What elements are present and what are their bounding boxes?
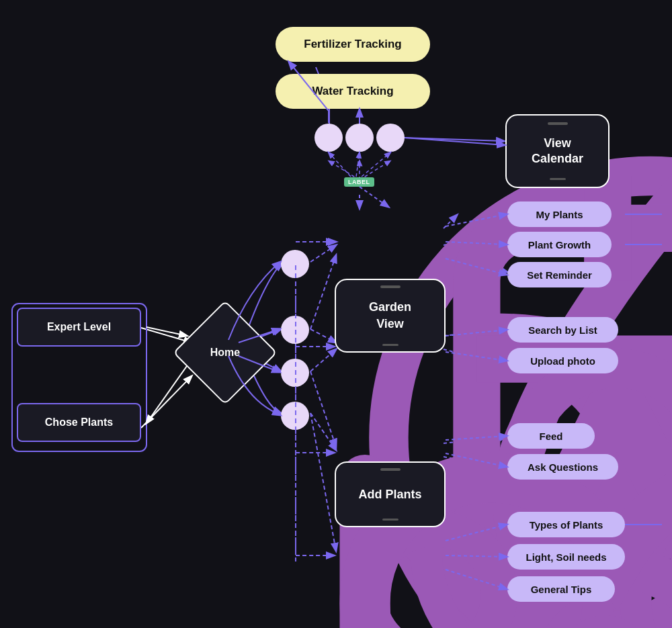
search-by-list-node: Search by List: [507, 317, 618, 343]
seed-icon-circle: [314, 124, 343, 152]
svg-point-47: [368, 529, 499, 628]
svg-line-69: [446, 555, 507, 557]
svg-line-67: [446, 453, 507, 467]
svg-line-66: [446, 436, 507, 440]
heart-icon-circle: [281, 402, 309, 430]
expert-level-node: Expert Level: [17, 308, 141, 347]
svg-line-26: [403, 138, 504, 141]
types-of-plants-node: Types of Plants: [507, 512, 625, 537]
svg-line-53: [446, 214, 507, 226]
ask-questions-node: Ask Questions: [507, 454, 618, 480]
svg-line-64: [446, 330, 507, 336]
svg-line-7: [310, 349, 336, 371]
add-plants-node: Add Plants: [335, 461, 446, 527]
svg-line-16: [444, 329, 507, 336]
svg-line-54: [446, 242, 507, 244]
svg-line-50: [146, 327, 187, 336]
svg-line-63: [405, 138, 505, 145]
water-tracking-node: Water Tracking: [276, 74, 430, 109]
water-icon-circle: [345, 124, 374, 152]
svg-line-60: [356, 152, 360, 177]
set-reminder-node: Set Reminder: [507, 262, 612, 287]
svg-line-21: [444, 557, 507, 564]
svg-line-18: [444, 437, 507, 443]
svg-line-6: [310, 329, 336, 343]
svg-line-19: [444, 457, 507, 469]
svg-line-55: [446, 259, 507, 275]
svg-line-9: [310, 413, 336, 450]
svg-line-14: [444, 232, 507, 245]
light-soil-node: Light, Soil needs: [507, 544, 625, 570]
svg-line-8: [310, 371, 336, 447]
garden-view-node: Garden View: [335, 279, 446, 353]
svg-line-13: [444, 215, 457, 228]
crown-icon-circle: [281, 250, 309, 278]
svg-line-70: [446, 570, 507, 589]
svg-line-65: [446, 352, 507, 361]
plant-growth-node: Plant Growth: [507, 232, 612, 257]
label-badge: LABEL: [344, 177, 374, 187]
paw-icon-circle: [281, 359, 309, 387]
svg-line-4: [310, 245, 336, 262]
flower-icon-circle: [281, 316, 309, 344]
svg-line-59: [329, 152, 351, 177]
svg-line-20: [444, 531, 507, 544]
svg-line-51: [146, 366, 187, 423]
svg-line-15: [444, 255, 507, 272]
view-calendar-node: View Calendar: [505, 114, 610, 188]
svg-line-17: [444, 349, 507, 366]
general-tips-node: General Tips: [507, 576, 615, 602]
svg-line-10: [310, 413, 336, 551]
calendar-icon-circle: [376, 124, 405, 152]
upload-photo-node: Upload photo: [507, 348, 618, 373]
svg-line-52: [360, 187, 388, 207]
svg-line-68: [446, 525, 507, 541]
home-diamond: Home: [185, 312, 265, 393]
svg-line-61: [362, 152, 390, 177]
feed-node: Feed: [507, 423, 595, 449]
svg-line-1: [141, 376, 192, 428]
svg-line-22: [444, 570, 507, 596]
my-plants-node: My Plants: [507, 201, 612, 227]
svg-line-5: [310, 255, 336, 329]
chose-plants-node: Chose Plants: [17, 403, 141, 442]
fertilizer-tracking-node: Fertilizer Tracking: [276, 27, 430, 62]
